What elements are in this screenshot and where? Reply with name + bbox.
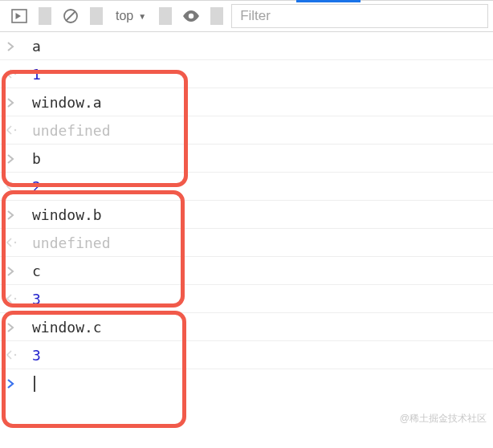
return-arrow-icon bbox=[6, 181, 18, 191]
console-expression: window.c bbox=[32, 319, 102, 336]
console-input-row[interactable]: c bbox=[0, 257, 493, 285]
console-output: a 1 window.a undefined b 2 window.b bbox=[0, 32, 493, 397]
svg-point-6 bbox=[14, 129, 16, 131]
console-input-row[interactable]: window.a bbox=[0, 88, 493, 116]
console-value: 3 bbox=[32, 291, 41, 307]
console-input-row[interactable]: b bbox=[0, 145, 493, 173]
console-output-row[interactable]: undefined bbox=[0, 229, 493, 257]
console-value: 1 bbox=[32, 66, 41, 83]
console-value: 2 bbox=[32, 178, 41, 195]
console-toolbar: top ▼ bbox=[0, 0, 493, 32]
console-output-row[interactable]: 3 bbox=[0, 285, 493, 313]
chevron-right-icon bbox=[6, 319, 14, 336]
separator bbox=[39, 7, 51, 25]
return-arrow-icon bbox=[6, 350, 18, 360]
chevron-right-icon bbox=[6, 38, 14, 55]
return-arrow-icon bbox=[6, 294, 18, 303]
text-caret bbox=[34, 376, 35, 392]
console-input-row[interactable]: window.c bbox=[0, 313, 493, 341]
watermark: @稀土掘金技术社区 bbox=[400, 412, 487, 426]
console-expression: a bbox=[32, 38, 41, 55]
context-selector[interactable]: top ▼ bbox=[111, 5, 151, 27]
chevron-down-icon: ▼ bbox=[138, 12, 146, 21]
return-arrow-icon bbox=[6, 238, 18, 247]
clear-console-icon[interactable] bbox=[59, 5, 82, 27]
active-tab-indicator bbox=[296, 0, 361, 2]
svg-marker-1 bbox=[16, 13, 22, 19]
console-input-row[interactable]: a bbox=[0, 32, 493, 60]
console-expression: b bbox=[32, 150, 41, 167]
return-arrow-icon bbox=[6, 125, 18, 135]
chevron-right-icon bbox=[6, 94, 14, 111]
context-label: top bbox=[116, 9, 133, 23]
chevron-right-icon bbox=[6, 263, 14, 279]
console-output-row[interactable]: 3 bbox=[0, 341, 493, 369]
separator bbox=[90, 7, 103, 25]
chevron-right-icon bbox=[6, 206, 14, 223]
console-value: undefined bbox=[32, 234, 111, 251]
separator bbox=[210, 7, 223, 25]
svg-line-3 bbox=[67, 12, 75, 21]
filter-wrap bbox=[231, 1, 488, 31]
svg-point-9 bbox=[14, 298, 16, 299]
console-output-row[interactable]: 1 bbox=[0, 60, 493, 88]
separator bbox=[159, 7, 172, 25]
console-output-row[interactable]: undefined bbox=[0, 116, 493, 145]
svg-point-5 bbox=[14, 73, 16, 75]
chevron-right-icon bbox=[6, 150, 14, 167]
svg-point-8 bbox=[14, 242, 16, 243]
console-value: 3 bbox=[32, 347, 41, 364]
toggle-sidebar-icon[interactable] bbox=[8, 5, 31, 27]
console-expression: window.a bbox=[32, 94, 102, 111]
console-input-row[interactable]: window.b bbox=[0, 201, 493, 229]
console-output-row[interactable]: 2 bbox=[0, 173, 493, 201]
live-expressions-icon[interactable] bbox=[180, 5, 202, 27]
console-prompt[interactable] bbox=[0, 369, 493, 397]
return-arrow-icon bbox=[6, 69, 18, 79]
filter-input[interactable] bbox=[231, 4, 488, 28]
svg-point-4 bbox=[189, 14, 194, 18]
console-value: undefined bbox=[32, 122, 111, 139]
svg-point-10 bbox=[14, 354, 16, 356]
console-expression: window.b bbox=[32, 206, 102, 223]
svg-point-7 bbox=[14, 185, 16, 187]
chevron-right-icon bbox=[6, 376, 14, 392]
console-expression: c bbox=[32, 263, 41, 279]
